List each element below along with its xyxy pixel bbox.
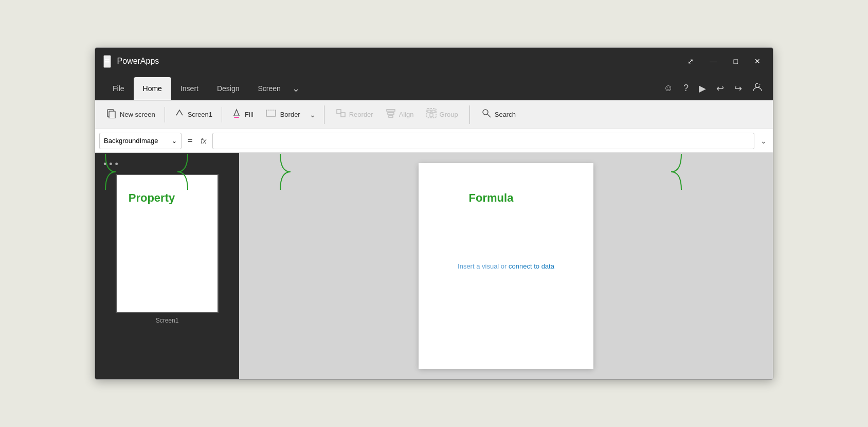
align-label: Align — [399, 111, 414, 118]
minimize-button[interactable]: — — [706, 55, 721, 67]
toolbar: New screen Screen1 Fill — [95, 100, 773, 129]
group-button[interactable]: Group — [421, 105, 463, 124]
svg-rect-15 — [337, 110, 341, 114]
svg-rect-5 — [234, 117, 239, 118]
svg-rect-22 — [432, 110, 435, 113]
formula-expand-button[interactable]: ⌄ — [758, 135, 769, 147]
new-screen-label: New screen — [120, 111, 155, 118]
title-bar-right: ⤢ — □ ✕ — [683, 55, 765, 67]
canvas-area: Insert a visual or connect to data — [239, 153, 773, 379]
border-icon — [266, 108, 277, 121]
align-button[interactable]: Align — [381, 105, 419, 124]
tab-design[interactable]: Design — [208, 77, 249, 100]
menu-bar: File Home Insert Design Screen ⌄ ☺ ? ▶ ↩… — [95, 75, 773, 100]
divider-2 — [469, 105, 470, 124]
svg-rect-18 — [388, 113, 394, 114]
undo-button[interactable]: ↩ — [714, 81, 726, 96]
search-button[interactable]: Search — [476, 105, 521, 124]
canvas-placeholder: Insert a visual or connect to data — [458, 262, 554, 270]
tab-more-button[interactable]: ⌄ — [290, 77, 302, 100]
svg-line-25 — [487, 114, 491, 117]
formula-input[interactable] — [212, 133, 754, 149]
emoji-button[interactable]: ☺ — [662, 81, 675, 96]
title-bar: ≡ PowerApps ⤢ — □ ✕ — [95, 48, 773, 75]
border-button[interactable]: Border — [261, 105, 305, 124]
new-screen-icon — [106, 108, 117, 121]
align-icon — [386, 108, 396, 121]
tab-file[interactable]: File — [103, 77, 134, 100]
main-content: • • • Screen1 Insert a visual or connect… — [95, 153, 773, 379]
redo-button[interactable]: ↪ — [732, 81, 744, 96]
group-icon — [426, 108, 437, 121]
left-panel: • • • Screen1 — [95, 153, 239, 379]
menu-bar-icons: ☺ ? ▶ ↩ ↪ + — [662, 80, 765, 100]
property-dropdown-icon: ⌄ — [172, 137, 177, 145]
svg-text:+: + — [759, 83, 761, 86]
svg-rect-4 — [109, 111, 115, 118]
formula-label: Formula — [440, 191, 542, 205]
svg-rect-17 — [387, 110, 395, 111]
powerapps-window: ≡ PowerApps ⤢ — □ ✕ File Home Insert Des… — [95, 47, 773, 380]
play-button[interactable]: ▶ — [697, 81, 708, 96]
screen-more-button[interactable]: • • • — [99, 157, 122, 172]
user-button[interactable]: + — [750, 80, 765, 97]
search-icon — [481, 108, 492, 121]
border-dropdown[interactable]: ⌄ — [308, 109, 318, 121]
formula-bar: BackgroundImage ⌄ = fx ⌄ — [95, 129, 773, 153]
svg-point-24 — [483, 110, 488, 115]
svg-rect-21 — [428, 110, 431, 113]
border-label: Border — [280, 111, 300, 118]
svg-rect-23 — [430, 114, 433, 116]
maximize-button[interactable]: □ — [730, 55, 742, 67]
expand-button[interactable]: ⤢ — [683, 55, 698, 67]
tab-insert[interactable]: Insert — [171, 77, 208, 100]
app-name: PowerApps — [117, 57, 159, 66]
reorder-icon — [336, 108, 346, 121]
separator-1 — [165, 107, 165, 122]
reorder-label: Reorder — [349, 111, 373, 118]
tab-home[interactable]: Home — [134, 77, 171, 100]
svg-rect-19 — [389, 116, 393, 117]
reorder-button[interactable]: Reorder — [331, 105, 378, 124]
screen1-button[interactable]: Screen1 — [169, 105, 218, 124]
close-button[interactable]: ✕ — [750, 55, 765, 67]
hamburger-menu[interactable]: ≡ — [103, 55, 111, 68]
equals-sign: = — [186, 136, 194, 146]
group-label: Group — [440, 111, 458, 118]
svg-rect-16 — [341, 113, 345, 117]
search-label: Search — [495, 111, 516, 118]
divider-1 — [324, 105, 324, 124]
menu-tabs: File Home Insert Design Screen ⌄ — [103, 77, 302, 100]
title-bar-left: ≡ PowerApps — [103, 55, 159, 68]
property-selector[interactable]: BackgroundImage ⌄ — [99, 133, 182, 149]
separator-2 — [222, 107, 222, 122]
property-value: BackgroundImage — [104, 137, 158, 145]
fx-label: fx — [198, 137, 208, 145]
fill-button[interactable]: Fill — [226, 105, 259, 124]
screen1-icon — [174, 108, 185, 121]
help-button[interactable]: ? — [681, 81, 691, 96]
placeholder-text: Insert a visual or — [458, 262, 509, 270]
tab-screen[interactable]: Screen — [249, 77, 290, 100]
screen-label: Screen1 — [156, 317, 179, 324]
fill-icon — [231, 108, 242, 121]
screen1-label: Screen1 — [188, 111, 212, 118]
fill-label: Fill — [245, 111, 254, 118]
property-label: Property — [105, 191, 198, 205]
connect-to-data-link[interactable]: connect to data — [509, 262, 554, 270]
new-screen-button[interactable]: New screen — [101, 105, 160, 124]
